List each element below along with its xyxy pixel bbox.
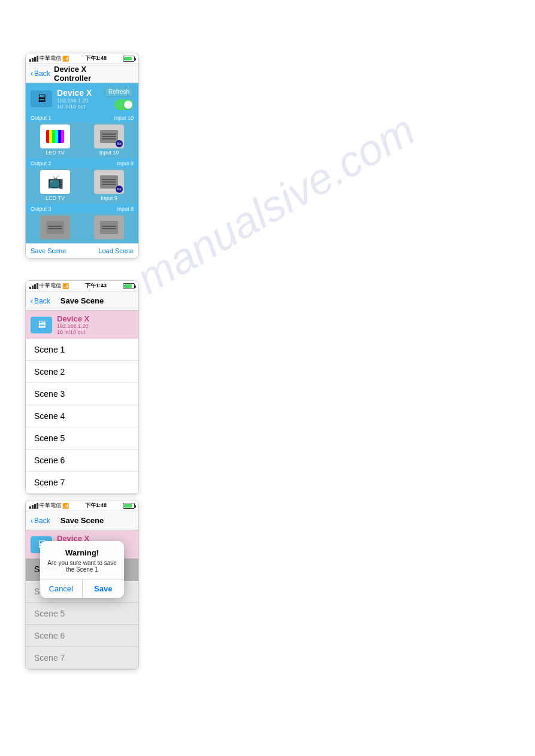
bd-badge-1: Bd bbox=[116, 140, 123, 147]
watermark: manualsive.com bbox=[128, 105, 423, 303]
output-content-2: 📺 LCD TV Bd Input 9 bbox=[26, 168, 138, 204]
output-header-1: Output 1 Input 10 bbox=[26, 114, 138, 122]
back-chevron-1: ‹ bbox=[31, 69, 33, 78]
output-item-1[interactable]: LED TV bbox=[29, 125, 81, 156]
screen2-frame: 中華電信 📶 下午1:43 ‹ Back Save Scene 🖥 Device… bbox=[25, 280, 139, 494]
device-ports-2: 10 in/10 out bbox=[57, 329, 89, 335]
colorbar-icon-1 bbox=[46, 130, 64, 143]
scene-item-1[interactable]: Scene 1 bbox=[26, 339, 138, 361]
back-button-2[interactable]: ‹ Back bbox=[31, 297, 50, 305]
output-device-box-1 bbox=[40, 125, 70, 148]
input-label-2: Input 9 bbox=[117, 160, 134, 166]
device-header-2: 🖥 Device X 192.168.1.20 10 in/10 out bbox=[26, 311, 138, 339]
scene-item-2[interactable]: Scene 2 bbox=[26, 361, 138, 383]
output-header-3: Output 3 Input 8 bbox=[26, 205, 138, 213]
battery-icon-2 bbox=[123, 283, 135, 289]
wifi-icon-1: 📶 bbox=[62, 56, 69, 62]
dialog-message: Are you sure want to save the Scene 1 bbox=[40, 560, 124, 573]
signal-icon-2 bbox=[29, 283, 38, 289]
monitor-icon-3b bbox=[100, 221, 118, 234]
status-right-2 bbox=[123, 283, 135, 289]
input-label-3: Input 8 bbox=[117, 206, 134, 212]
bottom-bar-1: Save Scene Load Scene bbox=[26, 243, 138, 258]
status-left-1: 中華電信 📶 bbox=[29, 54, 69, 62]
scene-item-6[interactable]: Scene 6 bbox=[26, 450, 138, 472]
nav-title-2: Save Scene bbox=[61, 296, 104, 305]
back-chevron-3: ‹ bbox=[31, 517, 33, 525]
dialog-overlay: Warning! Are you sure want to save the S… bbox=[26, 558, 138, 581]
status-right-1 bbox=[123, 56, 135, 62]
input-item-3[interactable] bbox=[83, 215, 135, 239]
scene-item-3-6: Scene 6 bbox=[26, 625, 138, 647]
wifi-icon-2: 📶 bbox=[62, 283, 69, 289]
output-content-1: LED TV Bd Input 10 bbox=[26, 122, 138, 158]
load-scene-button[interactable]: Load Scene bbox=[98, 247, 134, 254]
status-bar-3: 中華電信 📶 下午1:48 bbox=[26, 500, 138, 511]
status-bar-2: 中華電信 📶 下午1:43 bbox=[26, 281, 138, 292]
monitor-icon-2 bbox=[100, 175, 118, 189]
back-chevron-2: ‹ bbox=[31, 297, 33, 305]
battery-icon-3 bbox=[123, 503, 135, 509]
carrier-label-2: 中華電信 bbox=[40, 282, 61, 290]
signal-icon-3 bbox=[29, 503, 38, 509]
input-device-box-2: Bd bbox=[94, 170, 124, 194]
wifi-icon-3: 📶 bbox=[62, 503, 69, 509]
dialog-cancel-button[interactable]: Cancel bbox=[40, 579, 83, 598]
scene-item-5[interactable]: Scene 5 bbox=[26, 427, 138, 450]
scene-item-4[interactable]: Scene 4 bbox=[26, 405, 138, 427]
scene-item-3-7: Scene 7 bbox=[26, 647, 138, 669]
output-device-box-2: 📺 bbox=[40, 170, 70, 194]
back-label-1: Back bbox=[34, 69, 50, 78]
screen1-frame: 中華電信 📶 下午1:48 ‹ Back Device X Controller… bbox=[25, 53, 139, 259]
warning-dialog: Warning! Are you sure want to save the S… bbox=[40, 541, 124, 598]
save-scene-button[interactable]: Save Scene bbox=[31, 247, 66, 254]
input-device-label-2: Input 9 bbox=[101, 195, 117, 201]
dialog-title: Warning! bbox=[40, 548, 124, 557]
back-label-2: Back bbox=[34, 297, 50, 305]
status-left-3: 中華電信 📶 bbox=[29, 502, 69, 509]
scene-item-3[interactable]: Scene 3 bbox=[26, 383, 138, 405]
output-section-1: Output 1 Input 10 LED TV Bd I bbox=[26, 114, 138, 159]
toggle-1[interactable] bbox=[114, 99, 134, 110]
navbar-2: ‹ Back Save Scene bbox=[26, 292, 138, 311]
dialog-buttons: Cancel Save bbox=[40, 579, 124, 598]
back-button-1[interactable]: ‹ Back bbox=[31, 69, 50, 78]
back-label-3: Back bbox=[34, 517, 50, 525]
status-right-3 bbox=[123, 503, 135, 509]
carrier-label-1: 中華電信 bbox=[40, 54, 61, 62]
signal-icon-1 bbox=[29, 56, 38, 62]
device-ip-2: 192.168.1.20 bbox=[57, 323, 89, 329]
device-icon-2: 🖥 bbox=[31, 317, 52, 333]
monitor-icon-1 bbox=[100, 130, 118, 143]
output-label-1: Output 1 bbox=[31, 115, 52, 121]
output-device-box-3 bbox=[40, 215, 70, 239]
output-content-3 bbox=[26, 213, 138, 242]
device-icon-1: 🖥 bbox=[31, 90, 52, 107]
input-device-box-1: Bd bbox=[94, 125, 124, 148]
input-device-box-3 bbox=[94, 215, 124, 239]
output-item-3[interactable] bbox=[29, 215, 81, 239]
device-name-2: Device X bbox=[57, 314, 89, 323]
output-label-2: Output 2 bbox=[31, 160, 52, 166]
input-item-1[interactable]: Bd Input 10 bbox=[83, 125, 135, 156]
device-info-2: Device X 192.168.1.20 10 in/10 out bbox=[57, 314, 89, 335]
carrier-label-3: 中華電信 bbox=[40, 502, 61, 509]
refresh-button-1[interactable]: Refresh bbox=[104, 87, 134, 97]
dialog-save-button[interactable]: Save bbox=[83, 579, 125, 598]
input-device-label-1: Input 10 bbox=[99, 150, 119, 156]
scene-item-7[interactable]: Scene 7 bbox=[26, 472, 138, 494]
back-button-3[interactable]: ‹ Back bbox=[31, 517, 50, 525]
output-item-2[interactable]: 📺 LCD TV bbox=[29, 170, 81, 201]
screen3-frame: 中華電信 📶 下午1:48 ‹ Back Save Scene 🖥 Device… bbox=[25, 500, 139, 670]
scene-list-2: Scene 1 Scene 2 Scene 3 Scene 4 Scene 5 … bbox=[26, 339, 138, 494]
monitor-icon-3 bbox=[46, 221, 64, 234]
scene-item-3-5: Scene 5 bbox=[26, 603, 138, 625]
time-label-1: 下午1:48 bbox=[85, 54, 107, 62]
output-device-label-2: LCD TV bbox=[46, 195, 65, 201]
scene-list-3: Scene 1 Warning! Are you sure want to sa… bbox=[26, 558, 138, 581]
output-section-2: Output 2 Input 9 📺 LCD TV Bd bbox=[26, 159, 138, 205]
battery-icon-1 bbox=[123, 56, 135, 62]
input-item-2[interactable]: Bd Input 9 bbox=[83, 170, 135, 201]
output-device-label-1: LED TV bbox=[46, 150, 64, 156]
navbar-3: ‹ Back Save Scene bbox=[26, 511, 138, 530]
